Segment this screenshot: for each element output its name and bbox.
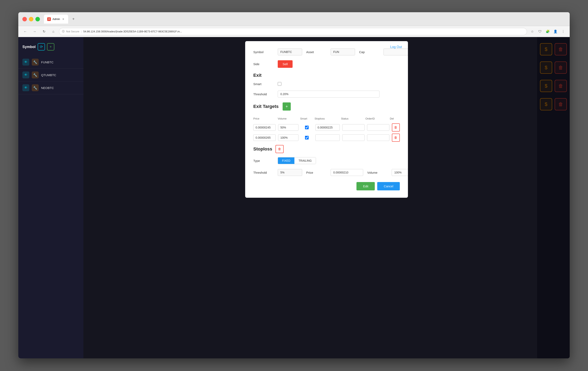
asset-input[interactable] xyxy=(331,48,355,55)
exit-targets-title: Exit Targets xyxy=(253,104,279,109)
type-trailing-button[interactable]: TRAILING xyxy=(294,157,316,164)
header-price: Price xyxy=(253,117,275,120)
menu-button[interactable]: ⋮ xyxy=(560,28,567,35)
eye-icon-neobtc: 👁 xyxy=(22,84,29,91)
exit-title: Exit xyxy=(253,73,400,78)
target2-status-input[interactable] xyxy=(342,134,365,141)
home-button[interactable]: ⌂ xyxy=(50,28,57,35)
target2-stoploss-input[interactable] xyxy=(315,134,340,141)
traffic-lights xyxy=(22,17,40,21)
side-label: Side xyxy=(253,62,274,66)
target2-volume-input[interactable] xyxy=(278,134,298,141)
maximize-window-button[interactable] xyxy=(35,17,40,21)
shield-icon-button[interactable]: 🛡 xyxy=(537,28,543,35)
close-window-button[interactable] xyxy=(22,17,27,21)
type-fixed-button[interactable]: FIXED xyxy=(278,157,294,164)
cap-label: Cap xyxy=(359,50,379,54)
target2-smart-col xyxy=(301,136,313,140)
sidebar-refresh-button[interactable]: ⟳ xyxy=(38,43,45,51)
edit-button[interactable]: Edit xyxy=(357,182,375,190)
nav-bar: ← → ↻ ⌂ ⓘ Not Secure | 54.86.124.158:300… xyxy=(18,26,570,37)
stoploss-threshold-input[interactable] xyxy=(278,169,302,176)
target1-volume-input[interactable] xyxy=(278,124,298,131)
smart-label: Smart xyxy=(253,82,274,86)
security-label: Not Secure xyxy=(66,30,79,33)
header-status: Status xyxy=(341,117,363,120)
stoploss-section: Stoploss 🗑 Type FIXED TRAILING xyxy=(253,145,400,176)
target2-delete-button[interactable]: 🗑 xyxy=(392,134,400,142)
symbol-row: Symbol Asset Cap xyxy=(253,48,400,55)
eye-icon-funbtc: 👁 xyxy=(22,59,29,65)
main-area: $ 🗑 $ 🗑 $ 🗑 $ 🗑 xyxy=(84,37,570,358)
wrench-icon-neobtc: 🔧 xyxy=(32,84,39,91)
sidebar-add-button[interactable]: + xyxy=(47,43,54,51)
reload-button[interactable]: ↻ xyxy=(40,28,48,35)
eye-icon-qtumbtc: 👁 xyxy=(22,71,29,78)
target-row-1: 🗑 xyxy=(253,123,400,131)
smart-checkbox[interactable] xyxy=(278,82,281,86)
target1-stoploss-input[interactable] xyxy=(315,124,340,131)
tab-close-button[interactable]: ✕ xyxy=(62,18,65,21)
sidebar-label-neobtc: NEOBTC xyxy=(41,86,54,90)
security-icon: ⓘ xyxy=(62,30,64,33)
target1-orderid-input[interactable] xyxy=(367,124,389,131)
stoploss-threshold-label: Threshold xyxy=(253,171,274,174)
modal-footer: Edit Cancel xyxy=(253,182,400,190)
tab-title: Admin xyxy=(52,18,60,21)
symbol-input[interactable] xyxy=(278,48,302,55)
side-row: Side Sell xyxy=(253,60,400,68)
sell-button[interactable]: Sell xyxy=(278,60,293,68)
symbol-label: Symbol xyxy=(253,50,274,54)
forward-button[interactable]: → xyxy=(31,28,38,35)
sidebar: Symbol ⟳ + 👁 🔧 FUNBTC 👁 🔧 QTUMBTC 👁 🔧 NE… xyxy=(18,37,84,358)
profile-button[interactable]: 👤 xyxy=(552,28,559,35)
smart-row: Smart xyxy=(253,82,400,86)
cap-input[interactable] xyxy=(384,48,408,55)
type-label: Type xyxy=(253,159,274,163)
address-separator: | xyxy=(81,30,82,33)
stoploss-threshold-row: Threshold Price Volume xyxy=(253,169,400,176)
sidebar-item-funbtc[interactable]: 👁 🔧 FUNBTC xyxy=(18,56,84,69)
cancel-button[interactable]: Cancel xyxy=(377,182,400,190)
target1-status-input[interactable] xyxy=(342,124,365,131)
target1-smart-col xyxy=(301,126,313,129)
extensions-button[interactable]: 🧩 xyxy=(545,28,551,35)
target2-orderid-input[interactable] xyxy=(367,134,389,141)
address-bar[interactable]: ⓘ Not Secure | 54.86.124.158:3000/trades… xyxy=(59,28,527,35)
header-smart: Smart xyxy=(300,117,312,120)
add-target-button[interactable]: + xyxy=(283,102,291,110)
back-button[interactable]: ← xyxy=(21,28,29,35)
threshold-row: Threshold xyxy=(253,91,400,98)
target2-price-input[interactable] xyxy=(253,134,276,141)
exit-targets-header-row: Exit Targets + xyxy=(253,102,400,110)
page-content: Symbol ⟳ + 👁 🔧 FUNBTC 👁 🔧 QTUMBTC 👁 🔧 NE… xyxy=(18,37,570,358)
stoploss-price-input[interactable] xyxy=(331,169,363,176)
browser-tab[interactable]: A Admin ✕ xyxy=(44,15,68,24)
target1-delete-button[interactable]: 🗑 xyxy=(392,123,400,131)
bookmark-star-button[interactable]: ☆ xyxy=(529,28,536,35)
target2-smart-checkbox[interactable] xyxy=(305,136,309,140)
wrench-icon-funbtc: 🔧 xyxy=(32,59,39,65)
nav-icons-right: ☆ 🛡 🧩 👤 ⋮ xyxy=(529,28,567,35)
target1-smart-checkbox[interactable] xyxy=(305,126,309,129)
new-tab-button[interactable]: + xyxy=(70,15,77,23)
threshold-input[interactable] xyxy=(278,91,379,98)
logout-button[interactable]: Log Out xyxy=(390,45,402,49)
sidebar-item-neobtc[interactable]: 👁 🔧 NEOBTC xyxy=(18,81,84,94)
asset-label: Asset xyxy=(306,50,326,54)
stoploss-delete-button[interactable]: 🗑 xyxy=(275,145,284,153)
tab-favicon: A xyxy=(47,17,51,21)
header-volume: Volume xyxy=(278,117,298,120)
target1-price-input[interactable] xyxy=(253,124,276,131)
threshold-label: Threshold xyxy=(253,92,274,96)
sidebar-item-qtumbtc[interactable]: 👁 🔧 QTUMBTC xyxy=(18,69,84,81)
browser-window: A Admin ✕ + ← → ↻ ⌂ ⓘ Not Secure | 54.86… xyxy=(18,12,570,358)
type-toggle: FIXED TRAILING xyxy=(278,157,316,164)
address-text: 54.86.124.158:3000/trades/{trade:3D525E5… xyxy=(83,30,524,33)
header-stoploss: Stoploss xyxy=(315,117,338,120)
wrench-icon-qtumbtc: 🔧 xyxy=(32,71,39,78)
stoploss-title: Stoploss xyxy=(253,146,272,152)
modal-overlay: Log Out Symbol Asset Cap Side Sell xyxy=(84,37,570,358)
stoploss-volume-input[interactable] xyxy=(392,169,408,176)
minimize-window-button[interactable] xyxy=(29,17,33,21)
